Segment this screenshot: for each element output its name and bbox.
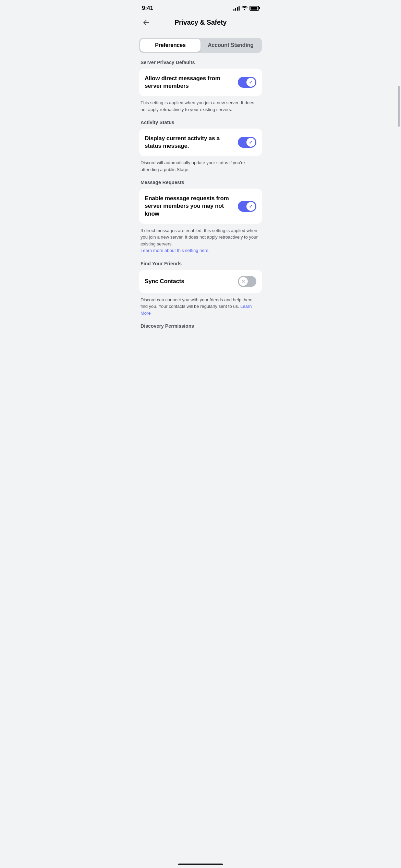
page-title: Privacy & Safety: [174, 19, 227, 26]
section-discovery: Discovery Permissions: [139, 323, 262, 329]
toggle-display-activity[interactable]: ✓: [238, 137, 256, 148]
check-icon-message-requests: ✓: [249, 204, 253, 209]
tab-switcher: Preferences Account Standing: [139, 38, 262, 53]
toggle-card-allow-dms: Allow direct messages from server member…: [139, 69, 262, 96]
description-sync-contacts: Discord can connect you with your friend…: [139, 297, 262, 317]
toggle-card-message-requests: Enable message requests from server memb…: [139, 189, 262, 224]
tab-preferences[interactable]: Preferences: [140, 39, 200, 52]
wifi-icon: [242, 5, 247, 11]
toggle-label-message-requests: Enable message requests from server memb…: [145, 195, 234, 217]
status-time: 9:41: [142, 5, 153, 12]
toggle-knob-allow-dms: ✓: [246, 78, 255, 87]
check-icon-display-activity: ✓: [249, 140, 253, 145]
back-button[interactable]: [141, 17, 151, 28]
toggle-label-allow-dms: Allow direct messages from server member…: [145, 75, 234, 90]
toggle-knob-display-activity: ✓: [246, 138, 255, 147]
back-arrow-icon: [142, 19, 150, 27]
toggle-card-display-activity: Display current activity as a status mes…: [139, 129, 262, 156]
section-message-requests: Message Requests Enable message requests…: [139, 180, 262, 254]
section-title-activity-status: Activity Status: [139, 120, 262, 125]
toggle-label-display-activity: Display current activity as a status mes…: [145, 135, 234, 150]
content-area: Server Privacy Defaults Allow direct mes…: [134, 60, 267, 329]
description-display-activity: Discord will automatically update your s…: [139, 159, 262, 173]
status-bar: 9:41: [134, 0, 267, 14]
check-icon-allow-dms: ✓: [249, 80, 253, 85]
section-title-server-privacy: Server Privacy Defaults: [139, 60, 262, 65]
section-activity-status: Activity Status Display current activity…: [139, 120, 262, 173]
learn-more-message-requests-link[interactable]: Learn more about this setting here.: [141, 248, 210, 253]
page-header: Privacy & Safety: [134, 14, 267, 32]
toggle-allow-dms[interactable]: ✓: [238, 77, 256, 88]
x-icon-sync-contacts: ✕: [241, 279, 245, 284]
section-title-find-friends: Find Your Friends: [139, 261, 262, 266]
toggle-card-sync-contacts: Sync Contacts ✕: [139, 270, 262, 293]
section-title-message-requests: Message Requests: [139, 180, 262, 185]
battery-icon: [250, 6, 259, 11]
toggle-label-sync-contacts: Sync Contacts: [145, 278, 234, 285]
section-server-privacy: Server Privacy Defaults Allow direct mes…: [139, 60, 262, 113]
section-find-friends: Find Your Friends Sync Contacts ✕ Discor…: [139, 261, 262, 317]
description-allow-dms: This setting is applied when you join a …: [139, 99, 262, 113]
toggle-sync-contacts[interactable]: ✕: [238, 276, 256, 287]
header-divider: [134, 32, 267, 32]
toggle-knob-sync-contacts: ✕: [239, 277, 248, 286]
section-title-discovery: Discovery Permissions: [139, 323, 262, 329]
signal-icon: [233, 6, 240, 11]
toggle-knob-message-requests: ✓: [246, 202, 255, 211]
status-icons: [233, 5, 259, 11]
description-message-requests: If direct messages are enabled, this set…: [139, 227, 262, 254]
toggle-message-requests[interactable]: ✓: [238, 201, 256, 212]
tab-account-standing[interactable]: Account Standing: [200, 39, 261, 52]
